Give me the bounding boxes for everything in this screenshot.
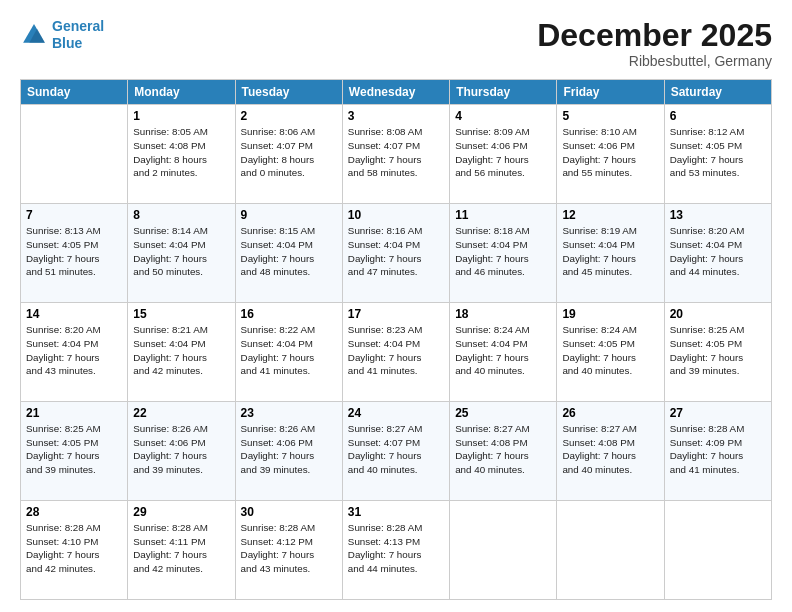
day-number: 3 <box>348 109 444 123</box>
day-number: 2 <box>241 109 337 123</box>
calendar-week-4: 28Sunrise: 8:28 AMSunset: 4:10 PMDayligh… <box>21 501 772 600</box>
day-info: Sunrise: 8:19 AMSunset: 4:04 PMDaylight:… <box>562 224 658 279</box>
day-number: 5 <box>562 109 658 123</box>
calendar-cell: 5Sunrise: 8:10 AMSunset: 4:06 PMDaylight… <box>557 105 664 204</box>
logo-text: General Blue <box>52 18 104 52</box>
calendar-cell: 23Sunrise: 8:26 AMSunset: 4:06 PMDayligh… <box>235 402 342 501</box>
calendar-cell <box>21 105 128 204</box>
calendar-table: SundayMondayTuesdayWednesdayThursdayFrid… <box>20 79 772 600</box>
calendar-cell <box>664 501 771 600</box>
calendar-week-1: 7Sunrise: 8:13 AMSunset: 4:05 PMDaylight… <box>21 204 772 303</box>
day-number: 22 <box>133 406 229 420</box>
day-number: 28 <box>26 505 122 519</box>
weekday-header-row: SundayMondayTuesdayWednesdayThursdayFrid… <box>21 80 772 105</box>
day-info: Sunrise: 8:08 AMSunset: 4:07 PMDaylight:… <box>348 125 444 180</box>
logo-icon <box>20 21 48 49</box>
month-title: December 2025 <box>537 18 772 53</box>
day-number: 15 <box>133 307 229 321</box>
day-info: Sunrise: 8:28 AMSunset: 4:10 PMDaylight:… <box>26 521 122 576</box>
day-number: 9 <box>241 208 337 222</box>
day-number: 10 <box>348 208 444 222</box>
day-number: 26 <box>562 406 658 420</box>
day-info: Sunrise: 8:14 AMSunset: 4:04 PMDaylight:… <box>133 224 229 279</box>
day-info: Sunrise: 8:23 AMSunset: 4:04 PMDaylight:… <box>348 323 444 378</box>
calendar-cell: 19Sunrise: 8:24 AMSunset: 4:05 PMDayligh… <box>557 303 664 402</box>
day-number: 8 <box>133 208 229 222</box>
day-number: 23 <box>241 406 337 420</box>
day-number: 7 <box>26 208 122 222</box>
weekday-monday: Monday <box>128 80 235 105</box>
day-number: 27 <box>670 406 766 420</box>
calendar-cell: 26Sunrise: 8:27 AMSunset: 4:08 PMDayligh… <box>557 402 664 501</box>
day-number: 21 <box>26 406 122 420</box>
day-info: Sunrise: 8:10 AMSunset: 4:06 PMDaylight:… <box>562 125 658 180</box>
day-number: 17 <box>348 307 444 321</box>
calendar-cell: 20Sunrise: 8:25 AMSunset: 4:05 PMDayligh… <box>664 303 771 402</box>
calendar-cell: 25Sunrise: 8:27 AMSunset: 4:08 PMDayligh… <box>450 402 557 501</box>
day-info: Sunrise: 8:26 AMSunset: 4:06 PMDaylight:… <box>241 422 337 477</box>
calendar-cell: 2Sunrise: 8:06 AMSunset: 4:07 PMDaylight… <box>235 105 342 204</box>
location: Ribbesbuttel, Germany <box>537 53 772 69</box>
day-number: 14 <box>26 307 122 321</box>
day-number: 31 <box>348 505 444 519</box>
day-info: Sunrise: 8:13 AMSunset: 4:05 PMDaylight:… <box>26 224 122 279</box>
calendar-cell: 1Sunrise: 8:05 AMSunset: 4:08 PMDaylight… <box>128 105 235 204</box>
header: General Blue December 2025 Ribbesbuttel,… <box>20 18 772 69</box>
day-number: 4 <box>455 109 551 123</box>
day-info: Sunrise: 8:27 AMSunset: 4:07 PMDaylight:… <box>348 422 444 477</box>
calendar-cell: 8Sunrise: 8:14 AMSunset: 4:04 PMDaylight… <box>128 204 235 303</box>
day-number: 24 <box>348 406 444 420</box>
calendar-cell: 10Sunrise: 8:16 AMSunset: 4:04 PMDayligh… <box>342 204 449 303</box>
day-info: Sunrise: 8:18 AMSunset: 4:04 PMDaylight:… <box>455 224 551 279</box>
calendar-cell: 30Sunrise: 8:28 AMSunset: 4:12 PMDayligh… <box>235 501 342 600</box>
page: General Blue December 2025 Ribbesbuttel,… <box>0 0 792 612</box>
day-info: Sunrise: 8:26 AMSunset: 4:06 PMDaylight:… <box>133 422 229 477</box>
weekday-thursday: Thursday <box>450 80 557 105</box>
day-info: Sunrise: 8:05 AMSunset: 4:08 PMDaylight:… <box>133 125 229 180</box>
day-info: Sunrise: 8:16 AMSunset: 4:04 PMDaylight:… <box>348 224 444 279</box>
day-info: Sunrise: 8:28 AMSunset: 4:13 PMDaylight:… <box>348 521 444 576</box>
calendar-cell: 18Sunrise: 8:24 AMSunset: 4:04 PMDayligh… <box>450 303 557 402</box>
day-info: Sunrise: 8:27 AMSunset: 4:08 PMDaylight:… <box>455 422 551 477</box>
day-info: Sunrise: 8:09 AMSunset: 4:06 PMDaylight:… <box>455 125 551 180</box>
calendar-cell: 13Sunrise: 8:20 AMSunset: 4:04 PMDayligh… <box>664 204 771 303</box>
calendar-cell: 31Sunrise: 8:28 AMSunset: 4:13 PMDayligh… <box>342 501 449 600</box>
day-info: Sunrise: 8:21 AMSunset: 4:04 PMDaylight:… <box>133 323 229 378</box>
calendar-cell: 6Sunrise: 8:12 AMSunset: 4:05 PMDaylight… <box>664 105 771 204</box>
calendar-week-3: 21Sunrise: 8:25 AMSunset: 4:05 PMDayligh… <box>21 402 772 501</box>
calendar-cell: 11Sunrise: 8:18 AMSunset: 4:04 PMDayligh… <box>450 204 557 303</box>
day-number: 18 <box>455 307 551 321</box>
day-info: Sunrise: 8:20 AMSunset: 4:04 PMDaylight:… <box>26 323 122 378</box>
calendar-cell: 28Sunrise: 8:28 AMSunset: 4:10 PMDayligh… <box>21 501 128 600</box>
calendar-cell: 27Sunrise: 8:28 AMSunset: 4:09 PMDayligh… <box>664 402 771 501</box>
day-number: 12 <box>562 208 658 222</box>
day-number: 11 <box>455 208 551 222</box>
calendar-cell <box>450 501 557 600</box>
day-number: 16 <box>241 307 337 321</box>
day-info: Sunrise: 8:06 AMSunset: 4:07 PMDaylight:… <box>241 125 337 180</box>
day-info: Sunrise: 8:28 AMSunset: 4:11 PMDaylight:… <box>133 521 229 576</box>
logo-blue: Blue <box>52 35 82 51</box>
day-info: Sunrise: 8:25 AMSunset: 4:05 PMDaylight:… <box>26 422 122 477</box>
calendar-cell: 21Sunrise: 8:25 AMSunset: 4:05 PMDayligh… <box>21 402 128 501</box>
day-number: 29 <box>133 505 229 519</box>
day-number: 6 <box>670 109 766 123</box>
day-info: Sunrise: 8:27 AMSunset: 4:08 PMDaylight:… <box>562 422 658 477</box>
day-number: 30 <box>241 505 337 519</box>
day-info: Sunrise: 8:15 AMSunset: 4:04 PMDaylight:… <box>241 224 337 279</box>
calendar-cell: 3Sunrise: 8:08 AMSunset: 4:07 PMDaylight… <box>342 105 449 204</box>
day-number: 13 <box>670 208 766 222</box>
weekday-sunday: Sunday <box>21 80 128 105</box>
calendar-body: 1Sunrise: 8:05 AMSunset: 4:08 PMDaylight… <box>21 105 772 600</box>
day-number: 19 <box>562 307 658 321</box>
weekday-tuesday: Tuesday <box>235 80 342 105</box>
calendar-cell: 15Sunrise: 8:21 AMSunset: 4:04 PMDayligh… <box>128 303 235 402</box>
calendar-cell: 14Sunrise: 8:20 AMSunset: 4:04 PMDayligh… <box>21 303 128 402</box>
day-info: Sunrise: 8:28 AMSunset: 4:12 PMDaylight:… <box>241 521 337 576</box>
calendar-cell: 12Sunrise: 8:19 AMSunset: 4:04 PMDayligh… <box>557 204 664 303</box>
day-info: Sunrise: 8:22 AMSunset: 4:04 PMDaylight:… <box>241 323 337 378</box>
calendar-week-0: 1Sunrise: 8:05 AMSunset: 4:08 PMDaylight… <box>21 105 772 204</box>
day-info: Sunrise: 8:24 AMSunset: 4:05 PMDaylight:… <box>562 323 658 378</box>
calendar-cell: 24Sunrise: 8:27 AMSunset: 4:07 PMDayligh… <box>342 402 449 501</box>
calendar-cell: 9Sunrise: 8:15 AMSunset: 4:04 PMDaylight… <box>235 204 342 303</box>
